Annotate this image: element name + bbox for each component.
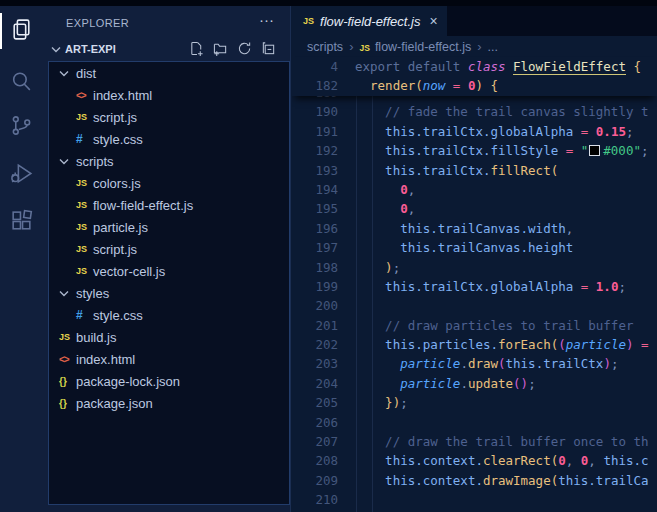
line-number: 203 bbox=[292, 354, 338, 373]
js-file-icon: JS bbox=[76, 112, 93, 122]
tree-item-style.css[interactable]: #style.css bbox=[49, 304, 289, 326]
breadcrumb-item[interactable]: scripts bbox=[307, 40, 343, 54]
js-file-icon: JS bbox=[76, 244, 93, 254]
tab-label: flow-field-effect.js bbox=[320, 14, 420, 29]
tree-item-vector-cell.js[interactable]: JSvector-cell.js bbox=[49, 260, 289, 282]
js-file-icon: JS bbox=[76, 200, 93, 210]
tree-item-label: script.js bbox=[93, 110, 137, 125]
code-area[interactable]: 189190 // fade the trail canvas slightly… bbox=[292, 96, 657, 512]
editor-group: JS flow-field-effect.js × scripts›JSflow… bbox=[292, 6, 657, 512]
color-swatch bbox=[589, 145, 600, 156]
tree-item-styles[interactable]: styles bbox=[49, 282, 289, 304]
tree-item-label: package-lock.json bbox=[76, 374, 180, 389]
tree-item-colors.js[interactable]: JScolors.js bbox=[49, 172, 289, 194]
tree-item-label: index.html bbox=[93, 88, 152, 103]
workspace-name: ART-EXPI bbox=[65, 43, 116, 55]
breadcrumb: scripts›JSflow-field-effect.js›... bbox=[292, 36, 657, 57]
breadcrumb-item[interactable]: ... bbox=[488, 40, 498, 54]
tree-item-script.js[interactable]: JSscript.js bbox=[49, 238, 289, 260]
activity-source-control-button[interactable] bbox=[0, 106, 42, 148]
new-folder-icon[interactable] bbox=[213, 41, 228, 60]
tree-item-scripts[interactable]: scripts bbox=[49, 150, 289, 172]
collapse-all-icon[interactable] bbox=[261, 41, 276, 60]
extensions-icon bbox=[9, 209, 34, 238]
breadcrumb-separator-icon: › bbox=[349, 39, 353, 54]
tree-item-build.js[interactable]: JSbuild.js bbox=[49, 326, 289, 348]
chevron-down-icon bbox=[59, 70, 76, 77]
code-line-4: 4export default class FlowFieldEffect { bbox=[292, 57, 657, 76]
json-file-icon: {} bbox=[59, 398, 76, 409]
source-control-icon bbox=[9, 113, 34, 142]
tree-item-flow-field-effect.js[interactable]: JSflow-field-effect.js bbox=[49, 194, 289, 216]
line-number: 202 bbox=[292, 335, 338, 354]
tree-item-label: colors.js bbox=[93, 176, 141, 191]
js-file-icon: JS bbox=[76, 266, 93, 276]
code-line-203: 203 particle.draw(this.trailCtx); bbox=[292, 354, 657, 373]
code-line-202: 202 this.particles.forEach((particle) = bbox=[292, 335, 657, 354]
code-line-206: 206 bbox=[292, 413, 657, 432]
explorer-sidebar: EXPLORER ··· ART-EXPI dist<>index.htmlJS… bbox=[42, 6, 291, 512]
line-number: 196 bbox=[292, 219, 338, 238]
code-line-192: 192 this.trailCtx.fillStyle = "#000"; bbox=[292, 141, 657, 160]
line-number: 208 bbox=[292, 451, 338, 470]
refresh-icon[interactable] bbox=[237, 41, 252, 60]
code-line-208: 208 this.context.clearRect(0, 0, this.c bbox=[292, 451, 657, 470]
tree-item-dist[interactable]: dist bbox=[49, 62, 289, 84]
close-tab-icon[interactable]: × bbox=[429, 13, 437, 29]
html-file-icon: <> bbox=[59, 354, 76, 365]
workspace-section-header[interactable]: ART-EXPI bbox=[42, 38, 290, 60]
code-line-204: 204 particle.update(); bbox=[292, 374, 657, 393]
tree-item-script.js[interactable]: JSscript.js bbox=[49, 106, 289, 128]
code-line-207: 207 // draw the trail buffer once to th bbox=[292, 432, 657, 451]
css-file-icon: # bbox=[76, 308, 93, 322]
tree-item-label: dist bbox=[76, 66, 96, 81]
tree-item-style.css[interactable]: #style.css bbox=[49, 128, 289, 150]
line-number: 209 bbox=[292, 471, 338, 490]
js-file-icon: JS bbox=[359, 43, 369, 53]
json-file-icon: {} bbox=[59, 376, 76, 387]
sidebar-header: EXPLORER ··· bbox=[42, 10, 290, 36]
line-number: 193 bbox=[292, 161, 338, 180]
activity-extensions-button[interactable] bbox=[0, 202, 42, 244]
line-number: 210 bbox=[292, 490, 338, 509]
tab-flow-field-effect[interactable]: JS flow-field-effect.js × bbox=[292, 6, 447, 36]
line-number: 199 bbox=[292, 277, 338, 296]
line-number: 4 bbox=[292, 57, 338, 76]
line-number: 182 bbox=[292, 76, 338, 95]
tree-item-index.html[interactable]: <>index.html bbox=[49, 348, 289, 370]
activity-explorer-button[interactable] bbox=[0, 10, 42, 52]
tree-item-index.html[interactable]: <>index.html bbox=[49, 84, 289, 106]
new-file-icon[interactable] bbox=[189, 41, 204, 60]
tree-item-particle.js[interactable]: JSparticle.js bbox=[49, 216, 289, 238]
js-file-icon: JS bbox=[59, 332, 76, 342]
tree-item-label: scripts bbox=[76, 154, 114, 169]
activity-bar bbox=[0, 6, 42, 512]
file-tree: dist<>index.htmlJSscript.js#style.cssscr… bbox=[48, 61, 290, 505]
css-file-icon: # bbox=[76, 132, 93, 146]
code-line-199: 199 this.trailCtx.globalAlpha = 1.0; bbox=[292, 277, 657, 296]
window-top-strip bbox=[0, 0, 657, 6]
code-line-210: 210 bbox=[292, 490, 657, 509]
line-number: 207 bbox=[292, 432, 338, 451]
activity-search-button[interactable] bbox=[0, 62, 42, 104]
tree-item-label: script.js bbox=[93, 242, 137, 257]
code-line-195: 195 0, bbox=[292, 199, 657, 218]
breadcrumb-label: scripts bbox=[307, 40, 343, 54]
line-number: 192 bbox=[292, 141, 338, 160]
tree-item-package-lock.json[interactable]: {}package-lock.json bbox=[49, 370, 289, 392]
breadcrumb-item[interactable]: JSflow-field-effect.js bbox=[359, 40, 471, 54]
line-number: 198 bbox=[292, 258, 338, 277]
tree-item-package.json[interactable]: {}package.json bbox=[49, 392, 289, 414]
explorer-actions bbox=[189, 41, 276, 60]
views-actions-icon[interactable]: ··· bbox=[259, 11, 274, 28]
js-file-icon: JS bbox=[76, 178, 93, 188]
activity-run-debug-button[interactable] bbox=[0, 154, 42, 196]
indent-guide bbox=[356, 96, 357, 512]
chevron-down-icon bbox=[51, 46, 61, 53]
code-line-198: 198 ); bbox=[292, 258, 657, 277]
line-number: 205 bbox=[292, 393, 338, 412]
sticky-scroll: 4export default class FlowFieldEffect {1… bbox=[292, 57, 657, 96]
code-line-209: 209 this.context.drawImage(this.trailCa bbox=[292, 471, 657, 490]
breadcrumb-label: ... bbox=[488, 40, 498, 54]
line-number: 206 bbox=[292, 413, 338, 432]
